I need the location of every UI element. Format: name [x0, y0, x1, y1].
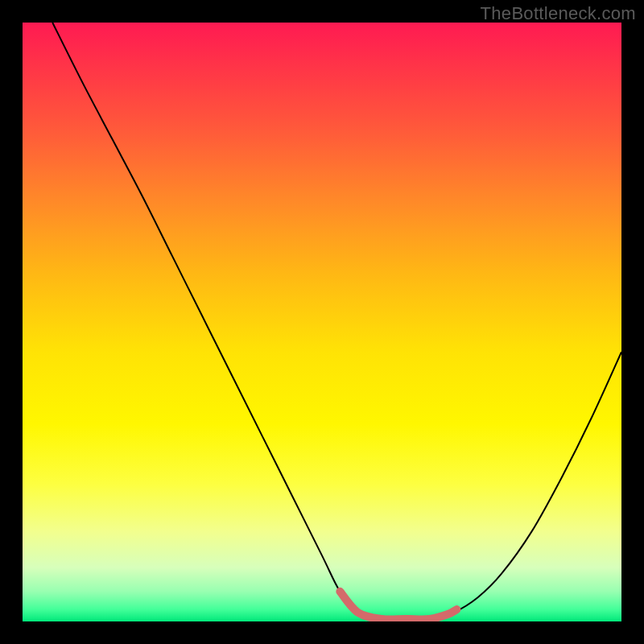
- watermark-text: TheBottleneck.com: [481, 3, 636, 24]
- plot-area: [23, 23, 621, 621]
- bottleneck-curve: [52, 23, 621, 620]
- chart-container: TheBottleneck.com: [0, 0, 644, 644]
- optimal-band-marker: [340, 592, 456, 620]
- curve-layer: [23, 23, 621, 621]
